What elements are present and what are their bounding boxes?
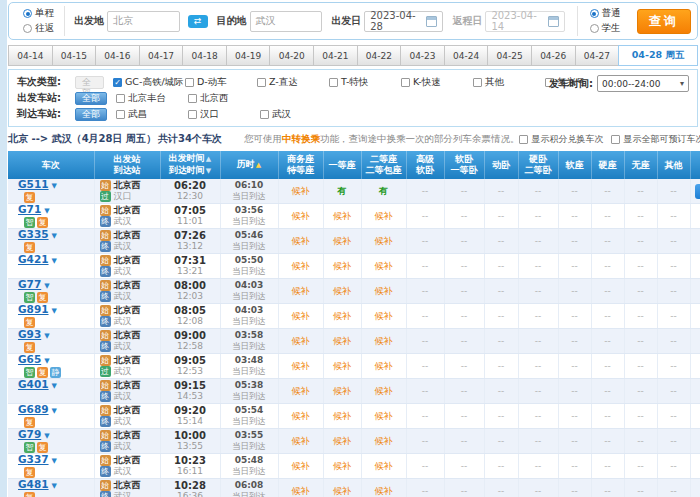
train-number-link[interactable]: G511 <box>18 178 49 190</box>
date-tab[interactable]: 04-15 <box>52 45 97 66</box>
waitlist-label[interactable]: 候补 <box>333 211 351 221</box>
column-header[interactable]: 二等座二等包座 <box>361 151 406 179</box>
chevron-down-icon[interactable]: ▼ <box>44 332 49 340</box>
waitlist-label[interactable]: 候补 <box>333 361 351 371</box>
column-header[interactable]: 其他 <box>657 151 690 179</box>
train-number-link[interactable]: G337 <box>18 453 49 465</box>
waitlist-label[interactable]: 候补 <box>375 411 393 421</box>
filter-option[interactable]: D-动车 <box>185 76 249 89</box>
passenger-normal-radio[interactable]: 普通 <box>590 7 621 20</box>
chevron-down-icon[interactable]: ▼ <box>52 307 57 315</box>
trip-one-way-radio[interactable]: 单程 <box>23 7 54 20</box>
waitlist-label[interactable]: 候补 <box>292 186 310 196</box>
filter-option[interactable]: 北京丰台 <box>116 92 180 105</box>
date-tab[interactable]: 04-26 <box>531 45 576 66</box>
sort-arrow-icon[interactable]: ▲ <box>206 155 211 163</box>
date-tab[interactable]: 04-24 <box>444 45 489 66</box>
date-tab[interactable]: 04-16 <box>95 45 140 66</box>
chevron-down-icon[interactable]: ▼ <box>52 482 57 490</box>
chevron-down-icon[interactable]: ▼ <box>52 257 57 265</box>
train-number-link[interactable]: G481 <box>18 478 49 490</box>
waitlist-label[interactable]: 候补 <box>375 386 393 396</box>
train-number-link[interactable]: G77 <box>18 278 41 290</box>
waitlist-label[interactable]: 候补 <box>292 236 310 246</box>
waitlist-label[interactable]: 候补 <box>333 261 351 271</box>
available-label[interactable]: 有 <box>338 186 347 196</box>
filter-option[interactable]: 北京西 <box>188 92 252 105</box>
chevron-down-icon[interactable]: ▼ <box>52 232 57 240</box>
column-header[interactable]: 出发时间▲到达时间▼ <box>160 151 220 179</box>
date-tab-selected[interactable]: 04-28 周五 <box>618 45 698 66</box>
waitlist-label[interactable]: 候补 <box>292 261 310 271</box>
column-header[interactable]: 硬卧二等卧 <box>518 151 558 179</box>
waitlist-label[interactable]: 候补 <box>375 361 393 371</box>
waitlist-label[interactable]: 候补 <box>375 311 393 321</box>
waitlist-label[interactable]: 候补 <box>375 261 393 271</box>
train-number-link[interactable]: G93 <box>18 328 41 340</box>
waitlist-label[interactable]: 候补 <box>292 286 310 296</box>
filter-option[interactable]: Z-直达 <box>257 76 321 89</box>
column-header[interactable]: 车次 <box>8 151 94 179</box>
chevron-down-icon[interactable]: ▼ <box>44 432 49 440</box>
waitlist-label[interactable]: 候补 <box>292 211 310 221</box>
depart-time-select[interactable]: 00:00--24:00 ▾ <box>597 75 689 92</box>
swap-stations-icon[interactable]: ⇄ <box>188 15 208 28</box>
waitlist-label[interactable]: 候补 <box>333 336 351 346</box>
column-header[interactable]: 软卧一等卧 <box>444 151 484 179</box>
train-number-link[interactable]: G335 <box>18 228 49 240</box>
train-number-link[interactable]: G65 <box>18 353 41 365</box>
chevron-down-icon[interactable]: ▼ <box>52 382 57 390</box>
chevron-down-icon[interactable]: ▼ <box>44 207 49 215</box>
waitlist-label[interactable]: 候补 <box>375 486 393 496</box>
waitlist-label[interactable]: 候补 <box>375 236 393 246</box>
filter-option[interactable]: T-特快 <box>329 76 393 89</box>
waitlist-label[interactable]: 候补 <box>333 386 351 396</box>
date-tab[interactable]: 04-14 <box>8 45 53 66</box>
train-number-link[interactable]: G401 <box>18 378 49 390</box>
train-number-link[interactable]: G891 <box>18 303 49 315</box>
filter-option[interactable]: 武汉 <box>260 108 324 121</box>
date-tab[interactable]: 04-23 <box>400 45 445 66</box>
waitlist-label[interactable]: 候补 <box>333 436 351 446</box>
waitlist-label[interactable]: 候补 <box>292 361 310 371</box>
filter-all-button[interactable]: 全部 <box>75 76 104 89</box>
waitlist-label[interactable]: 候补 <box>333 286 351 296</box>
column-header[interactable]: 历时▲ <box>220 151 278 179</box>
query-button[interactable]: 查询 <box>637 9 691 34</box>
waitlist-label[interactable]: 候补 <box>333 461 351 471</box>
chevron-down-icon[interactable]: ▼ <box>52 182 57 190</box>
waitlist-label[interactable]: 候补 <box>292 311 310 321</box>
column-header[interactable]: 备注 <box>690 151 700 179</box>
toggle-points-exchange[interactable]: 显示积分兑换车次 <box>519 133 603 146</box>
filter-option[interactable]: 其他 <box>473 76 537 89</box>
passenger-student-radio[interactable]: 学生 <box>590 22 621 35</box>
column-header[interactable]: 出发站到达站 <box>94 151 160 179</box>
column-header[interactable]: 商务座特等座 <box>278 151 323 179</box>
available-label[interactable]: 有 <box>379 186 388 196</box>
waitlist-label[interactable]: 候补 <box>292 436 310 446</box>
filter-all-button[interactable]: 全部 <box>75 108 107 121</box>
date-tab[interactable]: 04-22 <box>357 45 402 66</box>
filter-option[interactable]: K-快速 <box>401 76 465 89</box>
waitlist-label[interactable]: 候补 <box>333 486 351 496</box>
trip-round-radio[interactable]: 往返 <box>23 22 54 35</box>
chevron-down-icon[interactable]: ▼ <box>52 457 57 465</box>
column-header[interactable]: 无座 <box>624 151 657 179</box>
column-header[interactable]: 一等座 <box>323 151 361 179</box>
column-header[interactable]: 软座 <box>558 151 591 179</box>
transfer-link[interactable]: 中转换乘 <box>282 133 320 144</box>
waitlist-label[interactable]: 候补 <box>375 436 393 446</box>
train-number-link[interactable]: G79 <box>18 428 41 440</box>
filter-option[interactable]: GC-高铁/城际 <box>113 76 177 89</box>
date-tab[interactable]: 04-21 <box>313 45 358 66</box>
to-input[interactable]: 武汉 <box>250 11 323 32</box>
depart-date-input[interactable]: 2023-04-28 <box>364 11 443 32</box>
filter-all-button[interactable]: 全部 <box>75 92 107 105</box>
waitlist-label[interactable]: 候补 <box>333 411 351 421</box>
return-date-input[interactable]: 2023-04-14 <box>485 11 564 32</box>
waitlist-label[interactable]: 候补 <box>292 411 310 421</box>
column-header[interactable]: 硬座 <box>591 151 624 179</box>
toggle-all-bookable[interactable]: 显示全部可预订车次 <box>611 133 700 146</box>
sort-arrow-icon[interactable]: ▲ <box>256 161 261 169</box>
waitlist-label[interactable]: 候补 <box>333 311 351 321</box>
